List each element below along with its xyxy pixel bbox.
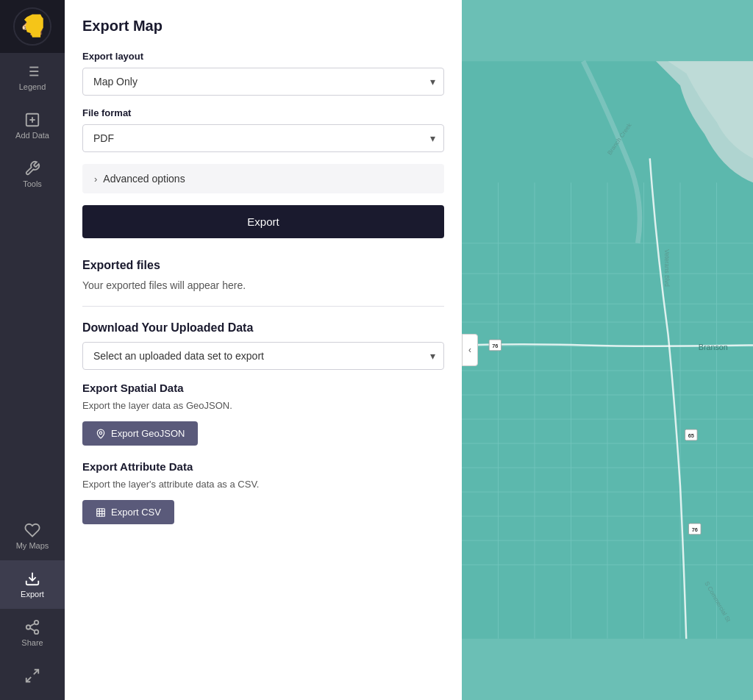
export-geojson-label: Export GeoJSON [111, 428, 185, 439]
export-label: Export [21, 590, 44, 599]
svg-point-12 [35, 621, 39, 625]
table-icon [96, 507, 106, 518]
svg-point-13 [26, 625, 31, 629]
list-icon [24, 63, 40, 79]
svg-line-16 [30, 624, 35, 626]
sidebar-item-share[interactable]: Share [0, 609, 65, 657]
legend-label: Legend [19, 82, 46, 91]
svg-text:76: 76 [692, 526, 698, 533]
svg-text:65: 65 [688, 432, 694, 439]
sidebar-item-add-data[interactable]: Add Data [0, 101, 65, 150]
file-format-label: File format [82, 107, 444, 118]
export-csv-button[interactable]: Export CSV [82, 500, 174, 524]
export-button[interactable]: Export [82, 205, 444, 238]
file-format-select[interactable]: PDF PNG JPEG [82, 124, 444, 152]
panel-title: Export Map [82, 18, 444, 35]
nav-top-items: Legend Add Data Tools [0, 53, 65, 512]
heart-icon [24, 522, 40, 538]
logo-svg: 🐴 [15, 7, 50, 46]
svg-point-19 [99, 432, 102, 435]
tools-icon [24, 160, 40, 176]
logo-circle: 🐴 [13, 7, 51, 46]
export-spatial-title: Export Spatial Data [82, 382, 444, 394]
export-attribute-title: Export Attribute Data [82, 460, 444, 473]
svg-rect-20 [97, 508, 105, 516]
share-label: Share [21, 638, 43, 647]
collapse-icon: ‹ [468, 345, 471, 355]
collapse-panel-button[interactable]: ‹ [462, 334, 478, 366]
svg-line-18 [26, 677, 31, 682]
uploaded-data-select[interactable]: Select an uploaded data set to export [82, 342, 444, 370]
download-section-title: Download Your Uploaded Data [82, 321, 444, 335]
sidebar-item-legend[interactable]: Legend [0, 53, 65, 101]
svg-line-15 [30, 628, 35, 631]
download-icon [24, 571, 40, 587]
advanced-options-row[interactable]: › Advanced options [82, 164, 444, 193]
export-csv-label: Export CSV [111, 507, 161, 518]
advanced-options-chevron-icon: › [94, 174, 97, 185]
uploaded-data-select-wrapper: Select an uploaded data set to export ▾ [82, 342, 444, 370]
sidebar-item-export[interactable]: Export [0, 560, 65, 609]
nav-bottom-items: My Maps Export Share [0, 512, 65, 700]
plus-square-icon [24, 112, 40, 128]
map-svg: 76 65 76 Branson Branch Creek Veterans B… [462, 0, 753, 700]
svg-point-14 [35, 630, 39, 635]
map-area[interactable]: ‹ [462, 0, 753, 700]
expand-icon [24, 668, 40, 684]
svg-line-17 [34, 670, 38, 674]
app-logo: 🐴 [0, 0, 65, 53]
section-divider [82, 306, 444, 307]
advanced-options-label: Advanced options [103, 173, 185, 185]
export-spatial-desc: Export the layer data as GeoJSON. [82, 400, 444, 411]
export-layout-label: Export layout [82, 51, 444, 62]
tools-label: Tools [23, 179, 42, 188]
left-navigation: 🐴 Legend Add Data T [0, 0, 65, 700]
add-data-label: Add Data [15, 131, 49, 140]
exported-files-empty: Your exported files will appear here. [82, 279, 444, 291]
my-maps-label: My Maps [16, 541, 49, 550]
export-attribute-desc: Export the layer's attribute data as a C… [82, 479, 444, 490]
svg-text:Branson: Branson [699, 343, 728, 351]
export-panel: Export Map Export layout Map Only Map wi… [65, 0, 462, 700]
export-layout-select[interactable]: Map Only Map with Legend Full Layout [82, 68, 444, 96]
sidebar-item-my-maps[interactable]: My Maps [0, 512, 65, 560]
exported-files-title: Exported files [82, 259, 444, 272]
svg-text:76: 76 [492, 343, 498, 349]
file-format-wrapper: PDF PNG JPEG ▾ [82, 124, 444, 152]
export-geojson-button[interactable]: Export GeoJSON [82, 421, 198, 446]
location-icon [96, 429, 106, 439]
share-icon [24, 619, 40, 635]
export-layout-wrapper: Map Only Map with Legend Full Layout ▾ [82, 68, 444, 96]
sidebar-item-tools[interactable]: Tools [0, 150, 65, 199]
sidebar-item-expand[interactable] [0, 657, 65, 694]
svg-text:Veterans Blvd: Veterans Blvd [663, 249, 670, 287]
